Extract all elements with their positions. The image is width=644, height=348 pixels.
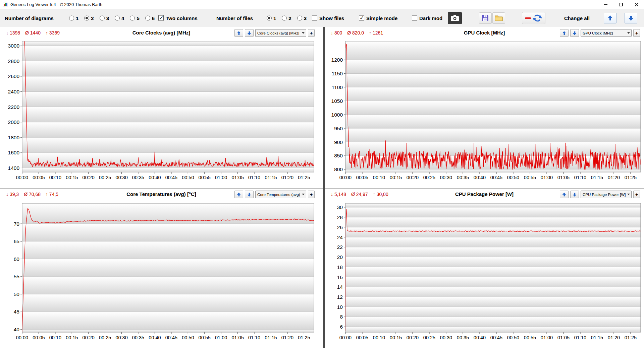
svg-text:01:00: 01:00 bbox=[215, 175, 227, 180]
svg-text:1800: 1800 bbox=[8, 135, 20, 140]
stat-min: ↓ 1398 bbox=[6, 30, 20, 36]
svg-text:00:30: 00:30 bbox=[115, 335, 127, 340]
svg-text:24: 24 bbox=[337, 234, 343, 240]
svg-text:45: 45 bbox=[14, 309, 19, 315]
svg-text:12: 12 bbox=[337, 294, 343, 300]
close-button[interactable] bbox=[629, 0, 644, 9]
chevron-down-icon bbox=[301, 194, 306, 195]
change-all-up-button[interactable] bbox=[604, 13, 616, 23]
svg-text:950: 950 bbox=[334, 126, 343, 131]
svg-text:800: 800 bbox=[334, 166, 343, 172]
checkbox-box bbox=[312, 15, 317, 21]
metric-select-value: CPU Package Power [W] bbox=[583, 193, 626, 197]
radio-option-2[interactable]: 2 bbox=[84, 15, 94, 21]
metric-select[interactable]: Core Clocks (avg) [MHz] bbox=[255, 29, 306, 37]
move-up-button[interactable] bbox=[560, 29, 569, 37]
svg-text:3000: 3000 bbox=[8, 43, 20, 49]
add-metric-button[interactable]: + bbox=[308, 191, 315, 198]
screenshot-button[interactable] bbox=[448, 12, 462, 24]
arrow-down-icon bbox=[628, 15, 634, 21]
metric-select[interactable]: Core Temperatures (avg) bbox=[255, 191, 306, 198]
chevron-down-icon bbox=[301, 32, 306, 34]
move-up-button[interactable] bbox=[560, 191, 569, 198]
radio-option-2[interactable]: 2 bbox=[282, 15, 291, 21]
svg-text:2600: 2600 bbox=[8, 73, 20, 79]
radio-circle bbox=[100, 15, 105, 20]
svg-text:00:00: 00:00 bbox=[16, 175, 28, 180]
panel-title: Core Clocks (avg) [MHz] bbox=[132, 30, 191, 36]
chevron-down-icon bbox=[626, 32, 631, 34]
radio-circle bbox=[297, 15, 302, 20]
radio-label: 3 bbox=[106, 15, 109, 21]
svg-text:00:55: 00:55 bbox=[199, 335, 211, 340]
move-down-button[interactable] bbox=[245, 29, 254, 37]
folder-icon bbox=[494, 14, 503, 22]
panel-core-clocks: ↓ 1398 Ø 1440 ↑ 3369 Core Clocks (avg) [… bbox=[0, 27, 323, 188]
restore-icon bbox=[619, 3, 623, 6]
show-files-checkbox[interactable]: Show files bbox=[312, 15, 344, 21]
svg-text:00:30: 00:30 bbox=[440, 335, 452, 340]
radio-option-4[interactable]: 4 bbox=[115, 15, 124, 21]
radio-label: 3 bbox=[304, 15, 307, 21]
svg-text:65: 65 bbox=[14, 238, 19, 244]
stat-max: ↑ 74,5 bbox=[46, 192, 58, 197]
svg-text:01:20: 01:20 bbox=[281, 175, 293, 180]
arrow-down-icon bbox=[573, 31, 577, 36]
radio-option-3[interactable]: 3 bbox=[100, 15, 109, 21]
restore-button[interactable] bbox=[613, 0, 629, 9]
minimize-button[interactable] bbox=[598, 0, 613, 9]
move-up-button[interactable] bbox=[234, 191, 243, 198]
change-all-down-button[interactable] bbox=[625, 13, 637, 23]
metric-select[interactable]: GPU Clock [MHz] bbox=[581, 29, 632, 37]
radio-circle bbox=[145, 15, 150, 20]
move-down-button[interactable] bbox=[570, 191, 579, 198]
stat-max: ↑ 30,00 bbox=[373, 192, 388, 197]
panel-cpu-package-power: ↓ 5,148 Ø 24,97 ↑ 30,00 CPU Package Powe… bbox=[325, 189, 644, 348]
open-file-button[interactable] bbox=[492, 12, 505, 24]
radio-circle bbox=[115, 15, 120, 20]
reload-line-button[interactable] bbox=[522, 12, 545, 24]
panel-header: ↓ 39,3 Ø 70,68 ↑ 74,5 Core Temperatures … bbox=[0, 189, 323, 201]
svg-text:00:20: 00:20 bbox=[83, 175, 95, 180]
arrow-up-icon bbox=[562, 31, 566, 36]
radio-label: 2 bbox=[91, 15, 94, 21]
svg-text:00:20: 00:20 bbox=[407, 175, 419, 180]
metric-select[interactable]: CPU Package Power [W] bbox=[581, 191, 632, 198]
svg-text:00:05: 00:05 bbox=[33, 335, 45, 340]
svg-text:850: 850 bbox=[334, 153, 343, 158]
dark-mode-checkbox[interactable]: Dark mod bbox=[412, 15, 442, 21]
radio-option-5[interactable]: 5 bbox=[130, 15, 139, 21]
add-metric-button[interactable]: + bbox=[633, 191, 640, 198]
radio-option-3[interactable]: 3 bbox=[297, 15, 307, 21]
save-button[interactable] bbox=[479, 12, 492, 24]
radio-circle bbox=[282, 15, 287, 20]
panel-header: ↓ 5,148 Ø 24,97 ↑ 30,00 CPU Package Powe… bbox=[325, 189, 644, 201]
file-count-radios: 123 bbox=[267, 15, 307, 21]
close-icon bbox=[634, 2, 639, 7]
svg-text:50: 50 bbox=[14, 291, 20, 297]
chevron-down-icon bbox=[626, 194, 631, 195]
add-metric-button[interactable]: + bbox=[633, 29, 640, 37]
svg-text:01:00: 01:00 bbox=[541, 335, 553, 340]
svg-text:55: 55 bbox=[14, 274, 19, 279]
move-down-button[interactable] bbox=[570, 29, 579, 37]
radio-option-1[interactable]: 1 bbox=[267, 15, 276, 21]
stat-min: ↓ 39,3 bbox=[6, 192, 19, 197]
radio-option-1[interactable]: 1 bbox=[69, 15, 78, 21]
stat-avg: Ø 70,68 bbox=[24, 192, 41, 197]
add-metric-button[interactable]: + bbox=[308, 29, 315, 37]
svg-text:00:20: 00:20 bbox=[83, 335, 95, 340]
svg-text:60: 60 bbox=[14, 256, 20, 262]
svg-text:00:35: 00:35 bbox=[132, 335, 144, 340]
move-down-button[interactable] bbox=[245, 191, 254, 198]
two-columns-checkbox[interactable]: Two columns bbox=[158, 15, 198, 21]
move-up-button[interactable] bbox=[234, 29, 243, 37]
stats-row: ↓ 1398 Ø 1440 ↑ 3369 bbox=[6, 30, 60, 36]
simple-mode-checkbox[interactable]: Simple mode bbox=[359, 15, 397, 21]
change-all-label: Change all bbox=[564, 15, 590, 21]
panel-gpu-clock: ↓ 800 Ø 820,0 ↑ 1261 GPU Clock [MHz] GPU… bbox=[325, 27, 644, 188]
radio-option-6[interactable]: 6 bbox=[145, 15, 155, 21]
svg-text:00:30: 00:30 bbox=[115, 175, 127, 180]
svg-text:00:00: 00:00 bbox=[339, 175, 352, 180]
column-splitter[interactable] bbox=[323, 27, 325, 348]
